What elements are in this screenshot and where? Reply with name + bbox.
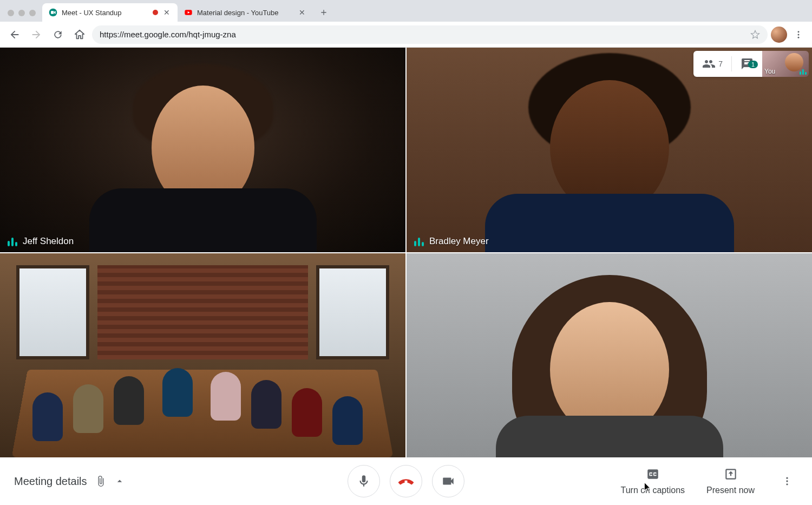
browser-menu-button[interactable] (790, 30, 807, 40)
tab-close-button[interactable]: ✕ (298, 8, 306, 17)
present-icon (724, 467, 738, 481)
window-traffic-lights (4, 10, 42, 22)
chat-button[interactable]: 1 (732, 57, 762, 70)
tab-meet[interactable]: Meet - UX Standup ✕ (42, 3, 178, 22)
participant-name-bar: Jeff Sheldon (8, 236, 74, 247)
top-right-overlay: 7 1 You (693, 51, 809, 77)
speaking-indicator-icon (414, 237, 424, 246)
video-grid: Jeff Sheldon Bradley Meyer (0, 48, 812, 457)
meeting-details-button[interactable]: Meeting details (14, 475, 125, 488)
svg-point-7 (786, 480, 788, 482)
participant-tile[interactable] (407, 253, 812, 458)
nav-forward-button[interactable] (27, 25, 45, 44)
participant-name-bar: Bradley Meyer (414, 236, 489, 247)
captions-icon (646, 467, 660, 481)
nav-reload-button[interactable] (49, 25, 67, 44)
present-button[interactable]: Present now (706, 467, 755, 495)
nav-back-button[interactable] (5, 25, 24, 44)
captions-label: Turn on captions (620, 486, 685, 495)
traffic-light-close[interactable] (8, 10, 14, 16)
mute-mic-button[interactable] (348, 465, 380, 497)
captions-button[interactable]: Turn on captions (620, 467, 685, 495)
svg-rect-1 (51, 11, 54, 14)
hangup-icon (398, 473, 414, 489)
camera-icon (441, 474, 455, 488)
youtube-favicon-icon (184, 8, 193, 17)
bottom-bar: Meeting details Tur (0, 457, 812, 505)
overlay-pill: 7 1 (693, 51, 762, 77)
svg-point-5 (798, 36, 800, 38)
participant-name: Jeff Sheldon (23, 236, 74, 247)
tab-close-button[interactable]: ✕ (162, 8, 171, 17)
svg-point-6 (786, 477, 788, 479)
chevron-up-icon (114, 476, 125, 487)
end-call-button[interactable] (390, 465, 422, 497)
bookmark-star-icon[interactable] (750, 30, 760, 40)
attachment-icon (95, 475, 107, 487)
url-text: https://meet.google.com/hqt-jmug-zna (100, 30, 745, 39)
tab-title: Material design - YouTube (197, 9, 293, 17)
participants-button[interactable]: 7 (693, 57, 731, 70)
call-controls (348, 465, 464, 497)
participant-tile[interactable]: Bradley Meyer (407, 48, 812, 252)
meeting-details-label: Meeting details (14, 475, 87, 488)
svg-point-8 (786, 483, 788, 485)
traffic-light-zoom[interactable] (29, 10, 36, 16)
more-options-button[interactable] (776, 476, 798, 487)
nav-home-button[interactable] (70, 25, 89, 44)
profile-avatar[interactable] (771, 27, 787, 43)
chat-badge: 1 (748, 61, 758, 68)
tab-youtube[interactable]: Material design - YouTube ✕ (178, 3, 313, 22)
new-tab-button[interactable] (316, 5, 331, 20)
people-icon (702, 57, 715, 70)
browser-chrome: Meet - UX Standup ✕ Material design - Yo… (0, 0, 812, 48)
participant-tile[interactable] (0, 253, 405, 458)
self-view-thumbnail[interactable]: You (762, 51, 809, 77)
self-label: You (764, 68, 775, 75)
meet-favicon-icon (49, 8, 57, 17)
toggle-camera-button[interactable] (432, 465, 464, 497)
speaking-indicator-icon (8, 237, 17, 246)
kebab-icon (782, 476, 793, 487)
speaking-indicator-icon (800, 69, 807, 75)
participant-count: 7 (718, 60, 723, 68)
participant-tile[interactable]: Jeff Sheldon (0, 48, 405, 252)
participant-name: Bradley Meyer (429, 236, 489, 247)
tab-strip: Meet - UX Standup ✕ Material design - Yo… (0, 0, 812, 22)
traffic-light-minimize[interactable] (18, 10, 25, 16)
present-label: Present now (706, 486, 755, 495)
microphone-icon (357, 474, 371, 488)
recording-indicator-icon (153, 10, 158, 15)
right-controls: Turn on captions Present now (620, 467, 798, 495)
tab-title: Meet - UX Standup (62, 9, 148, 17)
svg-point-4 (798, 34, 800, 35)
browser-toolbar: https://meet.google.com/hqt-jmug-zna (0, 22, 812, 48)
svg-point-3 (798, 31, 800, 32)
meet-app: Jeff Sheldon Bradley Meyer (0, 48, 812, 505)
address-bar[interactable]: https://meet.google.com/hqt-jmug-zna (92, 25, 768, 44)
